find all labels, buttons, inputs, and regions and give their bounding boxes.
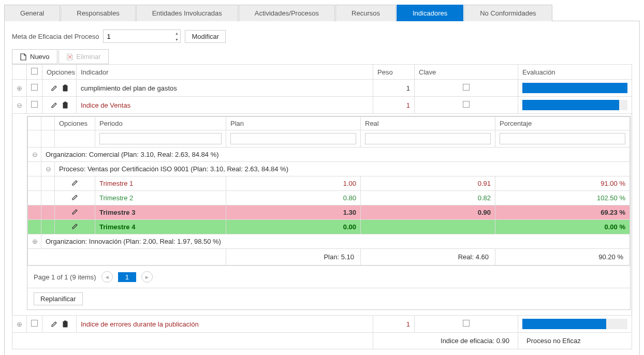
filter-plan[interactable]: [230, 133, 356, 144]
clave-checkbox[interactable]: [463, 84, 470, 91]
pager-page-1[interactable]: 1: [118, 272, 136, 282]
trimestre-row: Trimestre 1 1.00 0.91 91.00 %: [28, 176, 630, 191]
cell-plan: 1.00: [226, 176, 361, 191]
progress-bar: [522, 319, 627, 329]
tab-entidades[interactable]: Entidades Involucradas: [136, 5, 238, 21]
trimestre-row: Trimestre 3 1.30 0.90 69.23 %: [28, 205, 630, 220]
collapse-icon[interactable]: ⊖: [17, 101, 22, 109]
collapse-icon[interactable]: ⊖: [46, 165, 50, 173]
cell-periodo: Trimestre 2: [95, 191, 226, 205]
proceso-group-label: Proceso: Ventas por Certificación ISO 90…: [55, 162, 630, 176]
delete-icon[interactable]: [62, 84, 68, 92]
cell-indicador: Indice de Ventas: [77, 97, 373, 114]
cell-peso: 1: [373, 80, 415, 97]
total-real: Real: 4.60: [361, 249, 495, 265]
tab-actividades[interactable]: Actividades/Procesos: [239, 5, 335, 21]
edit-icon[interactable]: [71, 223, 79, 230]
progress-bar: [522, 100, 627, 110]
col-opciones: Opciones: [42, 65, 77, 80]
sub-col-periodo[interactable]: Periodo: [95, 117, 226, 130]
sub-grid: Opciones Periodo Plan Real Porcentaje: [27, 116, 630, 265]
col-peso[interactable]: Peso: [373, 65, 415, 80]
pager-prev-icon[interactable]: ◄: [101, 271, 113, 283]
main-grid: Opciones Indicador Peso Clave Evaluación…: [12, 64, 632, 349]
edit-icon[interactable]: [51, 101, 58, 109]
new-doc-icon: [20, 53, 27, 61]
delete-doc-icon: [66, 53, 74, 61]
pager-next-icon[interactable]: ►: [141, 271, 153, 283]
edit-icon[interactable]: [51, 320, 58, 328]
cell-pct: 102.50 %: [495, 191, 630, 205]
edit-icon[interactable]: [71, 208, 79, 215]
indice-eficacia: Indice de eficacia: 0.90: [373, 333, 518, 349]
cell-peso: 1: [373, 316, 415, 333]
progress-bar: [522, 83, 627, 93]
cell-real: 0.90: [361, 205, 495, 220]
filter-pct[interactable]: [500, 133, 625, 144]
cell-plan: 0.80: [226, 191, 361, 205]
row-checkbox[interactable]: [31, 101, 38, 108]
tab-no-conformidades[interactable]: No Conformidades: [464, 5, 552, 21]
tab-content: Meta de Eficacia del Proceso ▲ ▼ Modific…: [4, 21, 640, 355]
total-plan: Plan: 5.10: [226, 249, 361, 265]
cell-plan: 1.30: [226, 205, 361, 220]
nuevo-button[interactable]: Nuevo: [12, 49, 57, 64]
org-group-label: Organizacion: Comercial (Plan: 3.10, Rea…: [41, 147, 630, 162]
header-checkbox[interactable]: [31, 68, 38, 75]
delete-icon[interactable]: [62, 320, 68, 328]
pager-text: Page 1 of 1 (9 items): [34, 273, 96, 281]
proceso-estado: Proceso no Eficaz: [518, 333, 632, 349]
trimestre-row: Trimestre 2 0.80 0.82 102.50 %: [28, 191, 630, 205]
tabs-bar: General Responsables Entidades Involucra…: [4, 4, 640, 21]
cell-pct: 0.00 %: [495, 220, 630, 234]
col-indicador[interactable]: Indicador: [77, 65, 373, 80]
filter-periodo[interactable]: [99, 133, 222, 144]
expand-icon[interactable]: ⊕: [32, 238, 37, 245]
meta-spinner[interactable]: ▲ ▼: [103, 29, 181, 43]
spinner-down-icon[interactable]: ▼: [173, 36, 180, 42]
expand-icon[interactable]: ⊕: [17, 320, 22, 328]
cell-real: 0.82: [361, 191, 495, 205]
col-evaluacion[interactable]: Evaluación: [518, 65, 632, 80]
filter-real[interactable]: [365, 133, 491, 144]
cell-plan: 0.00: [226, 220, 361, 234]
total-pct: 90.20 %: [495, 249, 630, 265]
tab-recursos[interactable]: Recursos: [335, 5, 396, 21]
tab-responsables[interactable]: Responsables: [61, 5, 135, 21]
collapse-icon[interactable]: ⊖: [32, 151, 37, 158]
col-clave[interactable]: Clave: [415, 65, 518, 80]
table-row: ⊕ Indice de errores durante la publicaci…: [12, 316, 632, 333]
tab-indicadores[interactable]: Indicadores: [397, 5, 463, 21]
trimestre-row: Trimestre 4 0.00 0.00 %: [28, 220, 630, 234]
clave-checkbox[interactable]: [463, 101, 470, 108]
cell-periodo: Trimestre 4: [95, 220, 226, 234]
spinner-up-icon[interactable]: ▲: [173, 30, 180, 36]
row-checkbox[interactable]: [31, 320, 38, 327]
tab-general[interactable]: General: [4, 5, 60, 21]
delete-icon[interactable]: [62, 101, 68, 109]
eliminar-label: Eliminar: [77, 53, 101, 61]
modify-button[interactable]: Modificar: [185, 30, 226, 43]
edit-icon[interactable]: [51, 84, 58, 92]
pager: Page 1 of 1 (9 items) ◄ 1 ►: [27, 265, 630, 288]
sub-col-opciones: Opciones: [55, 117, 95, 130]
sub-col-real[interactable]: Real: [361, 117, 495, 130]
meta-input[interactable]: [103, 29, 181, 43]
row-checkbox[interactable]: [31, 84, 38, 91]
edit-icon[interactable]: [71, 179, 79, 186]
replanificar-button[interactable]: Replanificar: [34, 292, 83, 305]
cell-periodo: Trimestre 3: [95, 205, 226, 220]
cell-real: [361, 220, 495, 234]
cell-periodo: Trimestre 1: [95, 176, 226, 191]
sub-col-plan[interactable]: Plan: [226, 117, 361, 130]
edit-icon[interactable]: [71, 194, 79, 201]
sub-col-porcentaje[interactable]: Porcentaje: [495, 117, 630, 130]
clave-checkbox[interactable]: [463, 320, 470, 327]
org-group-label: Organizacion: Innovación (Plan: 2.00, Re…: [41, 234, 630, 249]
expand-icon[interactable]: ⊕: [17, 84, 22, 92]
meta-label: Meta de Eficacia del Proceso: [12, 33, 99, 40]
cell-indicador: Indice de errores durante la publicación: [77, 316, 373, 333]
cell-pct: 69.23 %: [495, 205, 630, 220]
table-row: ⊕ cumplimiento del plan de gastos 1: [12, 80, 632, 97]
table-row: ⊖ Indice de Ventas 1: [12, 97, 632, 114]
